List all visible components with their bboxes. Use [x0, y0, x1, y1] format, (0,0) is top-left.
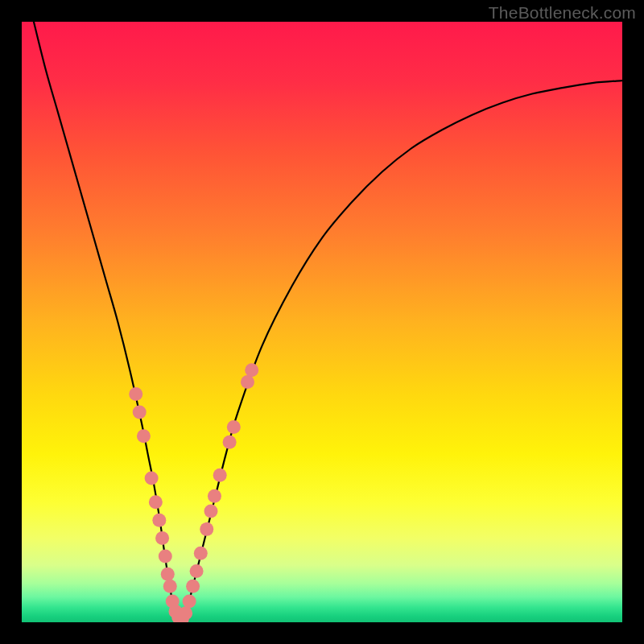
- sample-dot: [245, 363, 258, 377]
- sample-dot: [155, 531, 169, 545]
- sample-dot: [179, 606, 192, 620]
- plot-area: [22, 22, 622, 622]
- sample-dot: [152, 514, 166, 527]
- sample-dot: [200, 522, 213, 536]
- sample-dot: [145, 471, 159, 485]
- sample-dot: [183, 594, 196, 608]
- sample-dot: [129, 387, 142, 401]
- sample-dot: [241, 375, 254, 389]
- sample-dot: [190, 564, 204, 578]
- outer-frame: TheBottleneck.com: [0, 0, 644, 644]
- sample-dot: [163, 580, 177, 593]
- sample-dot: [194, 547, 208, 560]
- sample-dot: [204, 504, 217, 518]
- sample-dot: [137, 429, 151, 443]
- chart-svg: [22, 22, 622, 622]
- sample-dot: [133, 405, 147, 419]
- sample-dot: [223, 436, 237, 449]
- sample-dot: [161, 568, 175, 581]
- sample-dot: [208, 489, 221, 503]
- sample-dot: [213, 469, 227, 482]
- sample-dot: [159, 549, 172, 563]
- sample-dot: [149, 495, 163, 509]
- sample-dot: [186, 580, 200, 593]
- sample-dot: [227, 420, 241, 434]
- gradient-background: [22, 22, 622, 622]
- watermark-text: TheBottleneck.com: [489, 3, 636, 23]
